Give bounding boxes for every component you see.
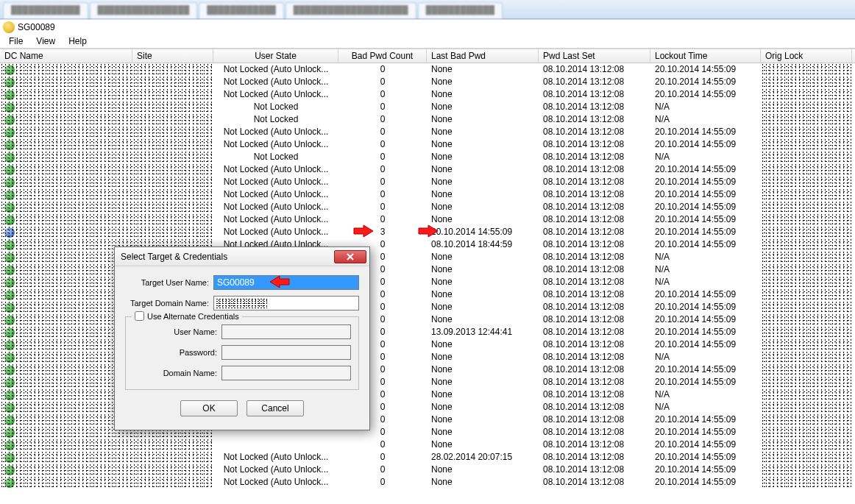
- status-icon: [4, 402, 15, 413]
- cell-dc-name: [0, 401, 132, 414]
- cell-dc-name: [0, 213, 132, 226]
- status-icon: [4, 377, 15, 388]
- table-row[interactable]: Not Locked (Auto Unlock...0None08.10.201…: [0, 201, 855, 213]
- status-icon: [4, 77, 15, 88]
- cell-last-bad-pwd: None: [427, 126, 539, 138]
- cell-lockout-time: 20.10.2014 14:55:09: [650, 426, 761, 439]
- table-row[interactable]: Not Locked (Auto Unlock...028.02.2014 20…: [0, 451, 855, 464]
- col-site[interactable]: Site: [132, 49, 213, 63]
- status-icon: [4, 177, 15, 188]
- use-alternate-credentials-checkbox[interactable]: [135, 311, 144, 321]
- cell-site: [132, 163, 213, 176]
- table-row[interactable]: Not Locked (Auto Unlock...0None08.10.201…: [0, 126, 855, 138]
- table-row[interactable]: Not Locked0None08.10.2014 13:12:08N/A: [0, 151, 855, 163]
- col-lockout-time[interactable]: Lockout Time: [650, 49, 761, 63]
- alt-domain-name-input[interactable]: [221, 366, 351, 380]
- menu-help[interactable]: Help: [63, 35, 93, 48]
- status-icon: [4, 340, 15, 350]
- cell-dc-name: [0, 138, 132, 151]
- cell-lockout-time: 20.10.2014 14:55:09: [650, 476, 761, 489]
- ok-button[interactable]: OK: [180, 400, 238, 416]
- cell-last-bad-pwd: None: [427, 188, 539, 201]
- cell-pwd-last-set: 08.10.2014 13:12:08: [539, 63, 650, 76]
- cell-site: [132, 464, 213, 476]
- cell-pwd-last-set: 08.10.2014 13:12:08: [539, 401, 650, 414]
- browser-tab[interactable]: ████████████: [199, 2, 284, 18]
- cell-last-bad-pwd: None: [427, 113, 539, 126]
- cell-last-bad-pwd: None: [427, 351, 539, 363]
- cell-user-state: Not Locked (Auto Unlock...: [213, 163, 338, 176]
- cell-site: [132, 151, 213, 163]
- alt-password-input[interactable]: [221, 345, 351, 360]
- browser-tab[interactable]: ████████████████: [90, 2, 198, 18]
- cell-pwd-last-set: 08.10.2014 13:12:08: [539, 414, 650, 426]
- use-alternate-credentials-label: Use Alternate Credentials: [147, 312, 239, 321]
- col-dc-name[interactable]: DC Name: [0, 49, 132, 63]
- table-row[interactable]: Not Locked (Auto Unlock...0None08.10.201…: [0, 138, 855, 151]
- cell-lockout-time: 20.10.2014 14:55:09: [650, 238, 761, 251]
- menu-file[interactable]: File: [3, 35, 29, 48]
- table-row[interactable]: Not Locked (Auto Unlock...0None08.10.201…: [0, 188, 855, 201]
- table-row[interactable]: Not Locked (Auto Unlock...0None08.10.201…: [0, 76, 855, 88]
- cell-last-bad-pwd: None: [427, 163, 539, 176]
- alt-user-name-input[interactable]: [221, 324, 351, 339]
- table-row[interactable]: Not Locked (Auto Unlock...320.10.2014 14…: [0, 226, 855, 238]
- dialog-close-button[interactable]: [334, 250, 366, 263]
- table-row[interactable]: Not Locked (Auto Unlock...0None08.10.201…: [0, 213, 855, 226]
- table-row[interactable]: Not Locked (Auto Unlock...0None08.10.201…: [0, 63, 855, 76]
- dialog-title-bar[interactable]: Select Target & Credentials: [115, 247, 369, 266]
- cell-pwd-last-set: 08.10.2014 13:12:08: [539, 201, 650, 213]
- cell-last-bad-pwd: None: [427, 338, 539, 351]
- table-row[interactable]: Not Locked (Auto Unlock...0None08.10.201…: [0, 476, 855, 489]
- cell-lockout-time: N/A: [650, 113, 761, 126]
- browser-tab[interactable]: ████████████████████: [285, 2, 416, 18]
- col-user-state[interactable]: User State: [213, 49, 338, 63]
- target-domain-name-input[interactable]: [213, 296, 359, 310]
- table-row[interactable]: Not Locked (Auto Unlock...0None08.10.201…: [0, 163, 855, 176]
- table-row[interactable]: Not Locked (Auto Unlock...0None08.10.201…: [0, 176, 855, 188]
- cell-user-state: Not Locked (Auto Unlock...: [213, 88, 338, 101]
- cell-pwd-last-set: 08.10.2014 13:12:08: [539, 138, 650, 151]
- cell-user-state: Not Locked (Auto Unlock...: [213, 226, 338, 238]
- cell-last-bad-pwd: None: [427, 76, 539, 88]
- target-user-name-input[interactable]: [213, 275, 359, 290]
- cell-pwd-last-set: 08.10.2014 13:12:08: [539, 351, 650, 363]
- browser-tab-strip: ████████████ ████████████████ ██████████…: [0, 0, 855, 19]
- cell-pwd-last-set: 08.10.2014 13:12:08: [539, 238, 650, 251]
- cell-pwd-last-set: 08.10.2014 13:12:08: [539, 226, 650, 238]
- cell-bad-pwd-count: 0: [338, 151, 427, 163]
- menu-view[interactable]: View: [30, 35, 61, 48]
- cell-bad-pwd-count: 0: [338, 476, 427, 489]
- cancel-button[interactable]: Cancel: [246, 400, 304, 416]
- col-orig-lock[interactable]: Orig Lock: [761, 49, 852, 63]
- status-icon: [4, 465, 15, 475]
- table-row[interactable]: Not Locked0None08.10.2014 13:12:08N/A: [0, 113, 855, 126]
- cell-orig-lock: [761, 388, 852, 401]
- table-row[interactable]: Not Locked (Auto Unlock...0None08.10.201…: [0, 464, 855, 476]
- cell-dc-name: [0, 338, 132, 351]
- cell-dc-name: [0, 376, 132, 388]
- status-icon: [4, 140, 15, 150]
- table-row[interactable]: 0None08.10.2014 13:12:0820.10.2014 14:55…: [0, 439, 855, 451]
- cell-lockout-time: 20.10.2014 14:55:09: [650, 288, 761, 301]
- cell-pwd-last-set: 08.10.2014 13:12:08: [539, 276, 650, 288]
- alt-password-label: Password:: [133, 348, 221, 357]
- cell-lockout-time: N/A: [650, 351, 761, 363]
- browser-tab[interactable]: ████████████: [3, 2, 88, 18]
- status-icon: [4, 415, 15, 425]
- table-row[interactable]: Not Locked0None08.10.2014 13:12:08N/A: [0, 101, 855, 113]
- cell-dc-name: [0, 238, 132, 251]
- status-icon: [4, 352, 15, 363]
- cell-lockout-time: 20.10.2014 14:55:09: [650, 226, 761, 238]
- col-bad-pwd-count[interactable]: Bad Pwd Count: [338, 49, 427, 63]
- cell-site: [132, 63, 213, 76]
- cell-pwd-last-set: 08.10.2014 13:12:08: [539, 376, 650, 388]
- cell-user-state: Not Locked (Auto Unlock...: [213, 476, 338, 489]
- status-icon: [4, 427, 15, 438]
- table-row[interactable]: Not Locked (Auto Unlock...0None08.10.201…: [0, 88, 855, 101]
- cell-last-bad-pwd: 28.02.2014 20:07:15: [427, 451, 539, 464]
- col-pwd-last-set[interactable]: Pwd Last Set: [539, 49, 650, 63]
- col-last-bad-pwd[interactable]: Last Bad Pwd: [427, 49, 539, 63]
- browser-tab[interactable]: ████████████: [418, 2, 503, 18]
- cell-last-bad-pwd: None: [427, 363, 539, 376]
